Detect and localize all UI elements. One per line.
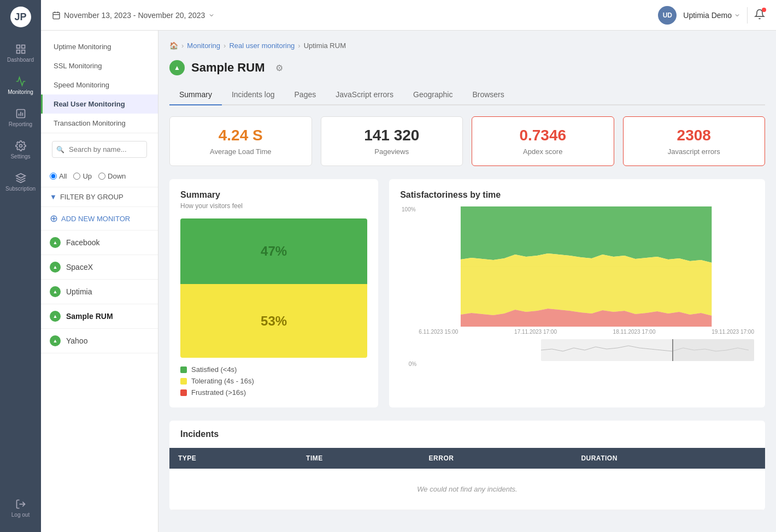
nav-uptime-monitoring[interactable]: Uptime Monitoring — [41, 37, 158, 56]
nav-transaction-monitoring[interactable]: Transaction Monitoring — [41, 114, 158, 133]
notification-button[interactable] — [754, 9, 765, 22]
date-range-picker[interactable]: November 13, 2023 - November 20, 2023 — [52, 11, 215, 20]
incidents-empty-message: We could not find any incidents. — [169, 469, 765, 510]
svg-rect-0 — [16, 45, 20, 49]
metric-label-pageviews: Pageviews — [330, 147, 454, 156]
monitor-item-sample-rum[interactable]: ▲ Sample RUM — [41, 304, 158, 329]
breadcrumb-sep-3: › — [298, 42, 300, 50]
chart-x-labels: 6.11.2023 15:00 17.11.2023 17:00 18.11.2… — [400, 329, 754, 335]
breadcrumb-sep-1: › — [181, 42, 184, 50]
satisfaction-chart-card: Satisfactoriness by time 100% — [389, 179, 765, 407]
nav-speed-monitoring[interactable]: Speed Monitoring — [41, 75, 158, 94]
page-tabs: Summary Incidents log Pages JavaScript e… — [169, 85, 765, 105]
legend-dot-satisfied — [180, 367, 187, 373]
metric-label-apdex: Apdex score — [481, 147, 605, 156]
svg-rect-10 — [53, 12, 60, 19]
filter-radios: All Up Down — [50, 172, 149, 180]
monitor-status-icon-facebook: ▲ — [50, 237, 61, 248]
tolerating-segment: 53% — [180, 284, 367, 358]
sidebar-item-reporting[interactable]: Reporting — [0, 103, 41, 133]
nav-rum[interactable]: Real User Monitoring — [41, 94, 158, 114]
chart-mini-preview — [400, 339, 754, 361]
topbar-divider — [747, 7, 748, 23]
summary-subtitle: How your visitors feel — [180, 202, 367, 210]
search-wrapper: 🔍 — [52, 141, 147, 158]
incidents-table-head: TYPE TIME ERROR DURATION — [169, 448, 765, 469]
monitor-item-yahoo[interactable]: ▲ Yahoo — [41, 329, 158, 353]
satisfaction-chart-title: Satisfactoriness by time — [400, 190, 754, 200]
content-area: 🏠 › Monitoring › Real user monitoring › … — [158, 31, 776, 532]
breadcrumb-monitoring[interactable]: Monitoring — [187, 42, 220, 50]
sidebar-item-logout[interactable]: Log out — [0, 493, 41, 523]
page-header: ▲ Sample RUM ⚙ — [169, 60, 765, 76]
add-new-monitor-button[interactable]: ⊕ ADD NEW MONITOR — [41, 207, 158, 230]
summary-grid: Summary How your visitors feel 47% 53% — [169, 179, 765, 407]
sidebar-item-monitoring[interactable]: Monitoring — [0, 70, 41, 101]
tab-browsers[interactable]: Browsers — [462, 85, 514, 105]
y-label-0: 0% — [400, 361, 754, 367]
search-input[interactable] — [52, 141, 147, 158]
topbar-user-section: UD Uptimia Demo — [658, 6, 765, 25]
summary-title: Summary — [180, 190, 367, 200]
tab-summary[interactable]: Summary — [169, 85, 222, 105]
page-settings-button[interactable]: ⚙ — [271, 60, 287, 76]
monitor-status-icon-spacex: ▲ — [50, 262, 61, 273]
tab-incidents[interactable]: Incidents log — [222, 85, 285, 105]
legend-tolerating: Tolerating (4s - 16s) — [180, 377, 367, 385]
svg-rect-3 — [21, 50, 25, 54]
filter-down[interactable]: Down — [98, 172, 126, 180]
user-avatar: UD — [658, 6, 677, 25]
nav-ssl-monitoring[interactable]: SSL Monitoring — [41, 56, 158, 75]
chart-y-axis-label-100: 100% — [400, 206, 754, 327]
legend-dot-tolerating — [180, 378, 187, 385]
filter-all[interactable]: All — [50, 172, 67, 180]
metric-value-load-time: 4.24 S — [179, 127, 303, 144]
svg-marker-19 — [460, 253, 712, 316]
legend-satisfied: Satisfied (<4s) — [180, 365, 367, 374]
sidebar-item-subscription[interactable]: Subscription — [0, 167, 41, 197]
incidents-table: TYPE TIME ERROR DURATION We could not fi… — [169, 448, 765, 510]
svg-marker-18 — [460, 206, 712, 263]
breadcrumb-sep-2: › — [224, 42, 226, 50]
legend-dot-frustrated — [180, 389, 187, 396]
user-name-dropdown[interactable]: Uptimia Demo — [683, 11, 740, 20]
filter-by-group-button[interactable]: ▼ FILTER BY GROUP — [41, 187, 158, 207]
chart-legend: Satisfied (<4s) Tolerating (4s - 16s) Fr… — [180, 365, 367, 397]
filter-up[interactable]: Up — [73, 172, 92, 180]
tab-js-errors[interactable]: JavaScript errors — [326, 85, 403, 105]
monitor-item-uptimia[interactable]: ▲ Uptimia — [41, 280, 158, 304]
breadcrumb-current: Uptimia RUM — [304, 42, 346, 50]
breadcrumb: 🏠 › Monitoring › Real user monitoring › … — [169, 42, 765, 50]
svg-point-8 — [19, 145, 22, 147]
app-logo[interactable]: JP — [10, 7, 31, 27]
col-error: ERROR — [420, 448, 573, 469]
sidebar-item-dashboard[interactable]: Dashboard — [0, 38, 41, 68]
svg-marker-21 — [672, 339, 754, 361]
monitor-item-facebook[interactable]: ▲ Facebook — [41, 230, 158, 255]
monitor-status-icon-yahoo: ▲ — [50, 335, 61, 346]
metric-card-pageviews: 141 320 Pageviews — [321, 116, 463, 166]
tab-pages[interactable]: Pages — [285, 85, 326, 105]
breadcrumb-rum[interactable]: Real user monitoring — [229, 42, 295, 50]
filter-icon: ▼ — [50, 193, 57, 201]
tab-geographic[interactable]: Geographic — [403, 85, 462, 105]
breadcrumb-home-icon[interactable]: 🏠 — [169, 42, 178, 50]
monitor-item-spacex[interactable]: ▲ SpaceX — [41, 255, 158, 280]
notification-dot — [762, 8, 766, 12]
col-duration: DURATION — [572, 448, 765, 469]
calendar-icon — [52, 11, 61, 20]
page-title: Sample RUM — [191, 61, 264, 75]
incidents-empty-row: We could not find any incidents. — [169, 469, 765, 510]
metric-label-js-errors: Javascript errors — [632, 147, 756, 156]
monitor-list: ▲ Facebook ▲ SpaceX ▲ Uptimia ▲ Sample R… — [41, 230, 158, 353]
svg-rect-2 — [16, 50, 20, 54]
monitor-status-icon-uptimia: ▲ — [50, 286, 61, 297]
chart-area: 100% — [400, 206, 754, 361]
metric-card-load-time: 4.24 S Average Load Time — [169, 116, 312, 166]
topbar-date-section: November 13, 2023 - November 20, 2023 — [52, 11, 215, 20]
incidents-section: Incidents TYPE TIME ERROR DURATION We co… — [169, 421, 765, 510]
sidebar-item-settings[interactable]: Settings — [0, 135, 41, 165]
metric-card-js-errors: 2308 Javascript errors — [623, 116, 766, 166]
topbar: November 13, 2023 - November 20, 2023 UD… — [41, 0, 776, 31]
main-sidebar: JP Dashboard Monitoring Reporting Settin… — [0, 0, 41, 532]
